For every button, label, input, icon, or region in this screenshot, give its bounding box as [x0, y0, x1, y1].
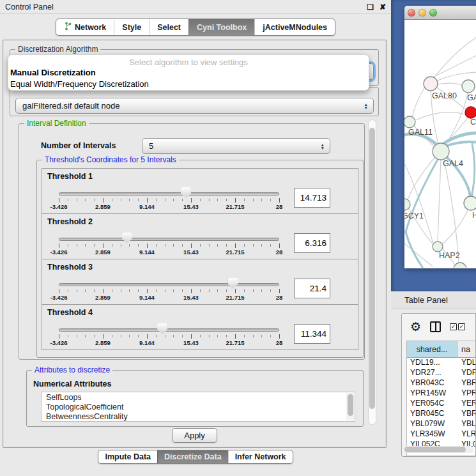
- number-of-intervals-combobox[interactable]: 5 ▲▼: [142, 138, 330, 154]
- checkbox-icon[interactable]: ✓: [450, 323, 457, 330]
- tab-infer-network[interactable]: Infer Network: [228, 450, 293, 463]
- slider-tick: [129, 199, 130, 201]
- slider-tick: [270, 199, 271, 201]
- table-row[interactable]: YBL079WYBL0: [407, 419, 475, 429]
- table-horizontal-scrollbar[interactable]: [403, 446, 474, 453]
- table-data-combobox[interactable]: galFiltered.sif default node ▲▼: [15, 98, 374, 114]
- slider-tick: [77, 244, 77, 247]
- mac-close-button[interactable]: [408, 9, 415, 17]
- settings-scrollbar[interactable]: [368, 119, 376, 425]
- network-node[interactable]: [462, 80, 475, 93]
- network-edge[interactable]: [406, 232, 424, 268]
- slider-tick-label: 21.715: [226, 249, 244, 256]
- network-node[interactable]: [465, 107, 476, 118]
- network-node[interactable]: [433, 143, 449, 160]
- network-graph: GAL80GACGAL11GAL4GCY1HHAP2: [404, 20, 476, 268]
- slider-thumb[interactable]: [122, 233, 132, 243]
- algorithm-option-equal-width[interactable]: Equal Width/Frequency Discretization: [8, 79, 369, 90]
- tab-discretize-data[interactable]: Discretize Data: [157, 450, 228, 463]
- threshold-row: Threshold 2-3.4262.8599.14415.4321.71528…: [42, 213, 358, 259]
- tab-jactivemnodules[interactable]: jActiveMNodules: [254, 19, 335, 35]
- threshold-value-field[interactable]: 21.4: [294, 279, 330, 298]
- columns-icon[interactable]: [430, 321, 441, 332]
- threshold-label: Threshold 4: [47, 308, 93, 317]
- slider-tick-label: 2.859: [95, 339, 111, 346]
- slider-tick: [209, 244, 210, 247]
- table-cell: YDR2: [457, 368, 475, 378]
- table-cell: YBR045C: [407, 409, 457, 419]
- tab-cyni-toolbox[interactable]: Cyni Toolbox: [188, 19, 254, 35]
- threshold-value-field[interactable]: 11.344: [294, 324, 330, 344]
- network-node[interactable]: [404, 199, 410, 210]
- column-header-1[interactable]: shared...: [407, 341, 457, 357]
- network-edge[interactable]: [472, 144, 475, 197]
- network-edge[interactable]: [434, 38, 476, 78]
- float-window-icon[interactable]: ❑: [367, 3, 374, 11]
- network-node[interactable]: [464, 196, 476, 210]
- attribute-item[interactable]: BetweennessCentrality: [42, 411, 355, 421]
- network-node[interactable]: [404, 116, 415, 128]
- table-row[interactable]: YBR043CYBR0: [407, 378, 475, 388]
- network-node[interactable]: [433, 242, 443, 252]
- tab-style[interactable]: Style: [114, 19, 149, 35]
- network-edge[interactable]: [412, 87, 425, 117]
- table-row[interactable]: YER054CYER0: [407, 399, 475, 409]
- slider-tick: [138, 289, 139, 292]
- attributes-scrollbar[interactable]: [346, 393, 354, 420]
- numerical-attributes-list[interactable]: SelfLoopsTopologicalCoefficientBetweenne…: [41, 392, 355, 422]
- slider-track[interactable]: [59, 328, 279, 332]
- tab-impute-data[interactable]: Impute Data: [98, 450, 157, 463]
- table-row[interactable]: YLR345WYLR3: [407, 429, 475, 440]
- network-edge[interactable]: [406, 160, 438, 232]
- tab-select[interactable]: Select: [149, 19, 188, 35]
- close-panel-icon[interactable]: ✘: [380, 3, 386, 11]
- checkbox-icon[interactable]: ✓: [458, 323, 465, 330]
- table-row[interactable]: YDL19...YDL1: [407, 358, 475, 368]
- slider-tick: [165, 335, 165, 337]
- attribute-item[interactable]: SelfLoops: [42, 392, 355, 402]
- threshold-value-field[interactable]: 14.713: [294, 188, 330, 208]
- slider-tick: [165, 199, 165, 201]
- slider-thumb[interactable]: [181, 187, 191, 198]
- table-row[interactable]: YBR045CYBR0: [407, 409, 475, 419]
- table-cell: YER0: [457, 399, 475, 409]
- algorithm-option-manual[interactable]: Manual Discretization: [8, 67, 369, 79]
- node-label: HAP2: [439, 251, 460, 260]
- network-edge[interactable]: [433, 53, 476, 77]
- mac-zoom-button[interactable]: [429, 9, 437, 17]
- gear-icon[interactable]: ⚙: [410, 321, 421, 333]
- group-title: Discretization Algorithm: [15, 45, 100, 54]
- network-node[interactable]: [424, 77, 438, 91]
- network-node[interactable]: [454, 263, 466, 268]
- column-header-2[interactable]: na: [457, 341, 475, 357]
- slider-tick: [103, 289, 104, 293]
- slider-thumb[interactable]: [157, 323, 167, 334]
- attribute-item[interactable]: TopologicalCoefficient: [42, 402, 355, 411]
- network-edge[interactable]: [444, 160, 459, 263]
- slider-tick: [59, 334, 59, 339]
- network-window-titlebar[interactable]: [404, 6, 476, 20]
- slider-tick: [165, 289, 165, 292]
- network-edge[interactable]: [438, 160, 441, 242]
- algorithm-hint-option[interactable]: Select algorithm to view settings: [8, 58, 369, 67]
- mac-minimize-button[interactable]: [418, 9, 426, 17]
- slider-tick: [77, 199, 77, 201]
- network-edge[interactable]: [438, 83, 462, 85]
- slider-tick-label: 28: [276, 339, 283, 346]
- apply-button[interactable]: Apply: [172, 428, 217, 443]
- slider-tick: [270, 335, 271, 337]
- threshold-rows: Threshold 1-3.4262.8599.14415.4321.71528…: [42, 169, 358, 350]
- threshold-value-field[interactable]: 6.316: [294, 233, 330, 253]
- network-edge[interactable]: [438, 72, 476, 81]
- table-row[interactable]: YPR145WYPR1: [407, 388, 475, 399]
- slider-tick: [244, 289, 245, 292]
- slider-track[interactable]: [59, 283, 279, 286]
- table-row[interactable]: YDR27...YDR2: [407, 368, 475, 378]
- slider-thumb[interactable]: [228, 278, 238, 289]
- slider-track[interactable]: [59, 238, 279, 241]
- tab-network[interactable]: Network: [56, 19, 114, 35]
- network-edge[interactable]: [415, 112, 465, 120]
- network-canvas[interactable]: GAL80GACGAL11GAL4GCY1HHAP2: [404, 20, 476, 268]
- node-label: GAL11: [408, 128, 433, 137]
- slider-track[interactable]: [59, 192, 279, 196]
